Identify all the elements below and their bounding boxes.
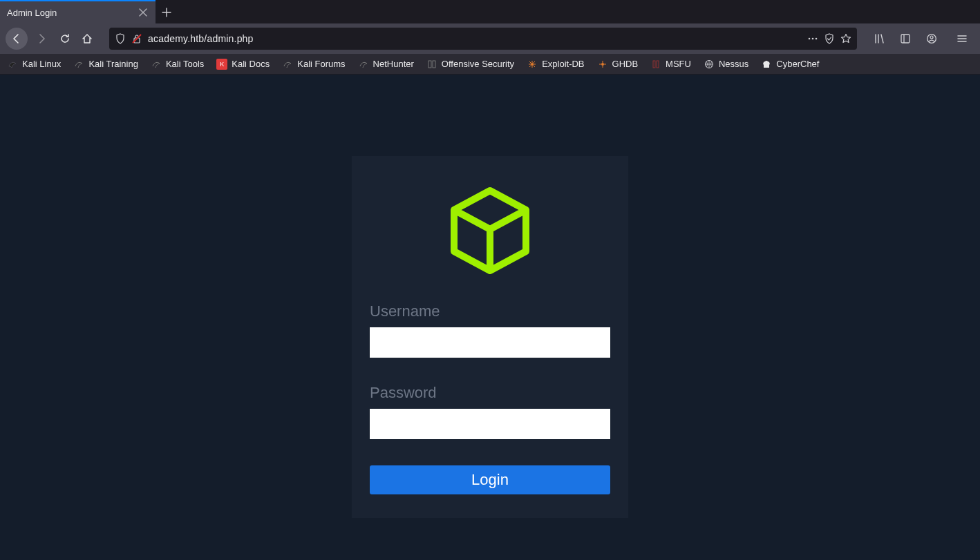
bookmark-msfu[interactable]: MSFU: [650, 59, 691, 70]
dragon-icon: [73, 59, 84, 70]
close-icon[interactable]: [138, 7, 149, 18]
logo: [370, 185, 610, 276]
page-viewport: Username Password Login: [0, 75, 980, 560]
bookmark-label: Kali Linux: [22, 59, 61, 69]
tab-title: Admin Login: [7, 8, 57, 18]
bookmark-cyberchef[interactable]: CyberChef: [761, 59, 819, 70]
dragon-icon: [358, 59, 369, 70]
bookmark-label: Kali Forums: [297, 59, 345, 69]
bookmark-label: Offensive Security: [442, 59, 514, 69]
dragon-icon: [282, 59, 293, 70]
bookmark-nessus[interactable]: Nessus: [704, 59, 748, 70]
dragon-icon: [7, 59, 18, 70]
cube-icon: [446, 185, 534, 276]
doc-icon: K: [216, 59, 227, 70]
bookmarks-bar: Kali Linux Kali Training Kali Tools K Ka…: [0, 54, 980, 75]
spider-icon: [527, 59, 538, 70]
spider-icon: [597, 59, 608, 70]
tab-strip: Admin Login: [0, 0, 980, 23]
home-button[interactable]: [77, 29, 97, 48]
svg-rect-13: [653, 61, 655, 68]
bookmark-kali-docs[interactable]: K Kali Docs: [216, 59, 270, 70]
bookmark-exploitdb[interactable]: Exploit-DB: [527, 59, 584, 70]
bookmark-offsec[interactable]: Offensive Security: [426, 59, 514, 70]
svg-point-3: [812, 38, 814, 40]
back-button[interactable]: [6, 28, 28, 50]
username-input[interactable]: [370, 327, 610, 358]
offsec-icon: [426, 59, 437, 70]
svg-rect-9: [428, 61, 431, 68]
account-icon[interactable]: [922, 29, 941, 48]
bookmark-label: Kali Training: [88, 59, 138, 69]
svg-point-11: [531, 63, 534, 66]
shield-icon[interactable]: [115, 33, 126, 44]
url-bar[interactable]: academy.htb/admin.php: [109, 28, 857, 50]
browser-chrome: Admin Login: [0, 0, 980, 75]
bookmark-label: GHDB: [612, 59, 639, 69]
bookmark-kali-forums[interactable]: Kali Forums: [282, 59, 345, 70]
bookmark-label: Nessus: [719, 59, 748, 69]
bookmark-nethunter[interactable]: NetHunter: [358, 59, 414, 70]
bookmark-label: MSFU: [666, 59, 691, 69]
msf-icon: [650, 59, 661, 70]
tab-active[interactable]: Admin Login: [0, 0, 156, 23]
bookmark-label: CyberChef: [776, 59, 819, 69]
bookmark-label: Exploit-DB: [542, 59, 584, 69]
chef-icon: [761, 59, 772, 70]
tracking-protection-icon[interactable]: [824, 33, 835, 44]
bookmark-kali-tools[interactable]: Kali Tools: [151, 59, 204, 70]
username-label: Username: [370, 302, 610, 320]
svg-point-4: [816, 38, 818, 40]
svg-point-12: [601, 63, 604, 66]
bookmark-star-icon[interactable]: [840, 33, 851, 44]
login-button[interactable]: Login: [370, 465, 610, 494]
forward-button[interactable]: [30, 28, 53, 50]
reload-button[interactable]: [55, 29, 75, 48]
bookmark-kali-linux[interactable]: Kali Linux: [7, 59, 61, 70]
toolbar: academy.htb/admin.php: [0, 23, 980, 54]
globe-icon: [704, 59, 715, 70]
toolbar-right: [869, 29, 974, 48]
svg-point-8: [930, 36, 933, 39]
svg-rect-5: [901, 35, 910, 43]
nav-buttons: [6, 28, 97, 50]
svg-rect-10: [433, 61, 435, 68]
new-tab-button[interactable]: [156, 1, 178, 23]
dragon-icon: [151, 59, 162, 70]
bookmark-label: Kali Tools: [166, 59, 204, 69]
ellipsis-icon[interactable]: [807, 33, 818, 44]
svg-point-2: [809, 38, 811, 40]
login-card: Username Password Login: [352, 156, 628, 518]
hamburger-menu-icon[interactable]: [952, 29, 972, 48]
password-input[interactable]: [370, 409, 610, 439]
bookmark-label: NetHunter: [373, 59, 414, 69]
svg-rect-14: [657, 61, 659, 68]
url-text: academy.htb/admin.php: [148, 33, 802, 44]
lock-insecure-icon[interactable]: [131, 33, 142, 44]
bookmark-label: Kali Docs: [232, 59, 270, 69]
library-icon[interactable]: [869, 29, 889, 48]
password-label: Password: [370, 384, 610, 402]
bookmark-ghdb[interactable]: GHDB: [597, 59, 639, 70]
bookmark-kali-training[interactable]: Kali Training: [73, 59, 138, 70]
sidebar-icon[interactable]: [896, 29, 915, 48]
